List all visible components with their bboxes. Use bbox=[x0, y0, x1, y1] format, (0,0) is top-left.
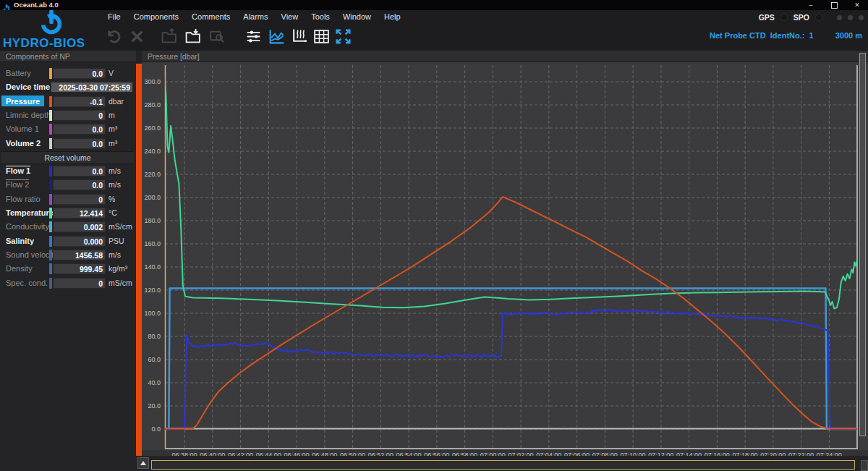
component-row-limnic-depth: Limnic depth0m bbox=[0, 109, 136, 122]
reset-volume-row: Reset volume bbox=[0, 151, 136, 164]
reset-volume-button[interactable]: Reset volume bbox=[1, 151, 134, 164]
component-unit: % bbox=[109, 195, 115, 203]
series-color-chip bbox=[49, 110, 52, 121]
horizontal-scrollbar-thumb[interactable] bbox=[151, 460, 855, 470]
gps-label[interactable]: GPS bbox=[759, 13, 775, 22]
component-row-volume-1: Volume 10.0m³ bbox=[0, 123, 136, 136]
component-value: 0 bbox=[98, 195, 103, 204]
menu-item-alarms[interactable]: Alarms bbox=[237, 12, 274, 21]
series-color-chip bbox=[49, 221, 52, 232]
y-tick-label: 140.0 bbox=[144, 263, 161, 271]
folder-import-icon bbox=[184, 27, 203, 46]
spo-label[interactable]: SPO bbox=[793, 13, 809, 22]
component-value-field[interactable]: 0.0 bbox=[53, 138, 106, 149]
component-row-volume-2: Volume 20.0m³ bbox=[0, 137, 136, 150]
y-tick-label: 60.0 bbox=[148, 356, 161, 363]
pressure-chart-plot[interactable]: 0.020.040.060.080.0100.0120.0140.0160.01… bbox=[142, 62, 868, 459]
component-value-field[interactable]: 12.414 bbox=[53, 208, 106, 218]
component-row-temperature: Temperature12.414°C bbox=[0, 207, 136, 220]
menu-bar: FileComponentsCommentsAlarmsViewToolsWin… bbox=[101, 10, 407, 22]
menu-item-file[interactable]: File bbox=[101, 12, 127, 21]
component-value-field[interactable]: 0 bbox=[53, 194, 106, 205]
component-unit: m bbox=[109, 111, 115, 119]
component-row-device-time: Device time2025-03-30 07:25:59 bbox=[0, 81, 136, 94]
component-label: Spec. cond. bbox=[6, 279, 48, 287]
series-color-chip bbox=[49, 124, 52, 135]
component-value: 0 bbox=[98, 279, 103, 288]
display-settings-button[interactable] bbox=[243, 26, 263, 46]
menu-item-comments[interactable]: Comments bbox=[185, 12, 237, 21]
component-value-field[interactable]: -0.1 bbox=[53, 96, 106, 107]
component-unit: m/s bbox=[109, 180, 121, 189]
menu-item-help[interactable]: Help bbox=[378, 12, 407, 21]
component-row-density: Density999.45kg/m³ bbox=[0, 263, 136, 276]
component-unit: m/s bbox=[109, 166, 121, 175]
title-bar: OceanLab 4.0 – ✕ bbox=[0, 0, 868, 10]
y-tick-label: 40.0 bbox=[148, 379, 161, 386]
y-tick-label: 300.0 bbox=[144, 78, 161, 85]
component-label[interactable]: Pressure bbox=[1, 96, 44, 106]
y-tick-label: 100.0 bbox=[144, 310, 161, 317]
component-value-field[interactable]: 0.002 bbox=[53, 221, 106, 232]
table-view-button[interactable] bbox=[311, 26, 331, 46]
menu-item-window[interactable]: Window bbox=[336, 12, 378, 21]
component-label: Limnic depth bbox=[6, 111, 51, 119]
components-sidebar: Components of NP Battery0.0VDevice time2… bbox=[0, 51, 136, 471]
undo-icon bbox=[105, 27, 123, 46]
menu-item-view[interactable]: View bbox=[275, 12, 305, 21]
component-value: 0.0 bbox=[92, 140, 103, 148]
component-unit: m³ bbox=[109, 124, 117, 133]
component-label: Salinity bbox=[6, 237, 34, 245]
profile-chart-icon bbox=[291, 27, 309, 46]
component-value-field[interactable]: 0.0 bbox=[53, 166, 106, 177]
component-label: Battery bbox=[6, 69, 31, 77]
component-unit: V bbox=[109, 69, 114, 77]
maximize-button[interactable] bbox=[825, 0, 843, 10]
component-value-field[interactable]: 0.0 bbox=[53, 68, 106, 79]
fullscreen-button[interactable] bbox=[333, 26, 353, 46]
expand-up-button[interactable] bbox=[137, 457, 149, 469]
menu-item-tools[interactable]: Tools bbox=[305, 12, 336, 21]
component-value-field[interactable]: 0.0 bbox=[53, 124, 106, 135]
y-tick-label: 160.0 bbox=[144, 240, 161, 247]
discard-button bbox=[127, 26, 147, 46]
series-color-chip bbox=[49, 166, 52, 177]
minimize-button[interactable]: – bbox=[801, 0, 820, 10]
y-tick-label: 80.0 bbox=[148, 333, 161, 340]
close-button[interactable]: ✕ bbox=[848, 0, 867, 10]
y-tick-label: 120.0 bbox=[144, 287, 161, 294]
component-value-field[interactable]: 0 bbox=[53, 278, 106, 289]
component-value: 0.0 bbox=[92, 69, 103, 78]
file-search-icon bbox=[208, 27, 226, 46]
sliders-icon bbox=[244, 27, 263, 46]
component-row-battery: Battery0.0V bbox=[0, 67, 136, 80]
line-chart-view-button[interactable] bbox=[266, 26, 286, 46]
chart-vertical-scrollbar[interactable] bbox=[859, 53, 866, 436]
component-value-field[interactable]: 0.0 bbox=[53, 179, 106, 190]
import-file-button[interactable] bbox=[183, 26, 203, 46]
component-value-field[interactable]: 2025-03-30 07:25:59 bbox=[51, 82, 133, 93]
preview-button bbox=[207, 26, 227, 46]
component-row-spec-cond-: Spec. cond.0mS/cm bbox=[0, 277, 136, 290]
component-value-field[interactable]: 0 bbox=[53, 110, 106, 121]
status-indicators: GPSSPO bbox=[759, 12, 864, 22]
component-label: Flow ratio bbox=[6, 195, 41, 203]
line-chart-icon bbox=[268, 27, 286, 46]
component-row-sound-velocity: Sound velocity1456.58m/s bbox=[0, 249, 136, 262]
panel-splitter-handle[interactable] bbox=[136, 64, 142, 456]
menu-item-components[interactable]: Components bbox=[127, 12, 185, 21]
component-unit: mS/cm bbox=[109, 279, 132, 287]
component-label: Volume 2 bbox=[6, 139, 41, 148]
component-value-field[interactable]: 999.45 bbox=[53, 263, 106, 274]
component-value-field[interactable]: 1456.58 bbox=[53, 250, 106, 260]
component-label: Temperature bbox=[6, 208, 54, 217]
component-unit: mS/cm bbox=[109, 222, 132, 231]
series-color-chip bbox=[49, 236, 52, 247]
profile-chart-view-button[interactable] bbox=[289, 26, 310, 46]
component-value-field[interactable]: 0.000 bbox=[53, 236, 106, 247]
spo-indicator-light bbox=[815, 14, 822, 21]
y-tick-label: 280.0 bbox=[144, 101, 161, 109]
series-color-chip bbox=[49, 194, 52, 205]
series-color-chip bbox=[49, 278, 52, 289]
component-value: 0.002 bbox=[84, 223, 103, 232]
